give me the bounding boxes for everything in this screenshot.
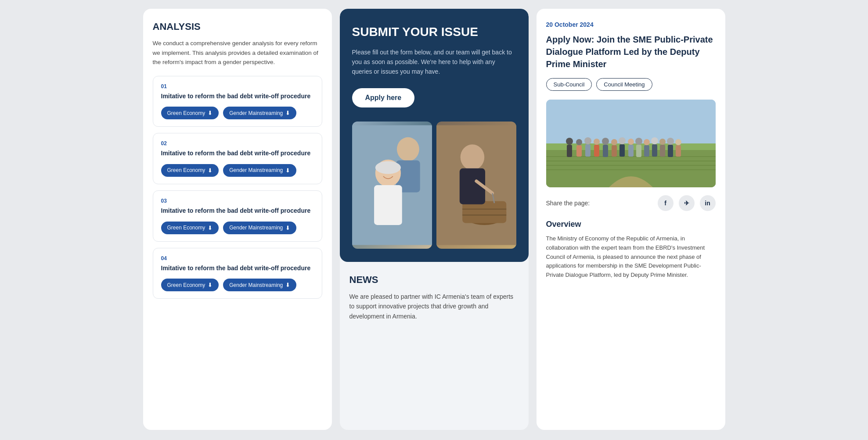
item-title: Imitative to reform the bad debt write-o…: [161, 207, 314, 215]
svg-rect-27: [585, 144, 591, 157]
tag-label: Green Economy: [167, 110, 205, 116]
svg-point-48: [675, 139, 681, 145]
svg-point-40: [644, 139, 650, 145]
item-title: Imitative to reform the bad debt write-o…: [161, 149, 314, 158]
svg-rect-47: [668, 145, 673, 157]
tag-row: Green Economy⬇Gender Mainstreaming⬇: [161, 279, 314, 291]
analysis-items-container: 01Imitative to reform the bad debt write…: [153, 76, 322, 299]
article-date: 20 October 2024: [546, 21, 716, 28]
analysis-item: 03Imitative to reform the bad debt write…: [153, 190, 322, 242]
linkedin-share-icon[interactable]: in: [700, 195, 716, 211]
item-number: 03: [161, 198, 314, 204]
svg-rect-8: [462, 201, 506, 223]
submit-images: [352, 122, 516, 249]
svg-point-1: [396, 137, 419, 161]
badge-row: Sub-Council Council Meeting: [546, 78, 716, 91]
svg-point-26: [584, 137, 591, 144]
svg-rect-31: [603, 145, 608, 157]
image-left: [352, 122, 432, 249]
news-section: NEWS We are pleased to partner with IC A…: [340, 262, 529, 333]
submit-card: SUBMIT YOUR ISSUE Please fill out the fo…: [340, 9, 529, 262]
apply-here-button[interactable]: Apply here: [352, 88, 415, 107]
svg-rect-37: [628, 145, 634, 157]
analysis-item: 04Imitative to reform the bad debt write…: [153, 248, 322, 299]
tag-button[interactable]: Green Economy⬇: [161, 107, 219, 119]
svg-point-46: [667, 138, 674, 145]
analysis-description: We conduct a comprehensive gender analys…: [153, 39, 322, 67]
facebook-share-icon[interactable]: f: [658, 195, 674, 211]
svg-point-5: [375, 161, 400, 174]
tag-row: Green Economy⬇Gender Mainstreaming⬇: [161, 164, 314, 177]
svg-point-34: [619, 137, 626, 144]
badge-council-meeting[interactable]: Council Meeting: [596, 78, 652, 91]
tag-button[interactable]: Green Economy⬇: [161, 164, 219, 177]
tag-button[interactable]: Gender Mainstreaming⬇: [223, 164, 296, 177]
svg-point-30: [602, 138, 609, 145]
item-number: 04: [161, 255, 314, 261]
submit-title: SUBMIT YOUR ISSUE: [352, 25, 516, 39]
svg-rect-49: [676, 145, 681, 157]
item-number: 01: [161, 83, 314, 89]
download-icon: ⬇: [208, 110, 212, 116]
analysis-title: ANALYSIS: [153, 21, 322, 32]
article-title: Apply Now: Join the SME Public-Private D…: [546, 33, 716, 70]
tag-row: Green Economy⬇Gender Mainstreaming⬇: [161, 222, 314, 234]
analysis-item: 02Imitative to reform the bad debt write…: [153, 133, 322, 184]
item-number: 02: [161, 140, 314, 147]
svg-rect-4: [374, 185, 402, 225]
share-icons-container: f ✈ in: [658, 195, 716, 211]
download-icon: ⬇: [285, 110, 290, 116]
left-panel: ANALYSIS We conduct a comprehensive gend…: [143, 9, 332, 430]
svg-point-32: [611, 139, 617, 145]
tag-label: Green Economy: [167, 225, 205, 231]
download-icon: ⬇: [208, 225, 212, 231]
tag-button[interactable]: Green Economy⬇: [161, 222, 219, 234]
tag-label: Gender Mainstreaming: [229, 282, 283, 288]
analysis-item: 01Imitative to reform the bad debt write…: [153, 76, 322, 127]
tag-label: Gender Mainstreaming: [229, 167, 283, 173]
overview-title: Overview: [546, 220, 716, 229]
news-title: NEWS: [349, 274, 519, 286]
article-image: [546, 100, 716, 187]
right-panel: 20 October 2024 Apply Now: Join the SME …: [537, 9, 725, 430]
svg-point-11: [460, 144, 484, 170]
item-title: Imitative to reform the bad debt write-o…: [161, 92, 314, 101]
badge-sub-council[interactable]: Sub-Council: [546, 78, 592, 91]
svg-point-44: [659, 139, 666, 145]
svg-point-24: [576, 139, 582, 145]
tag-label: Gender Mainstreaming: [229, 225, 283, 231]
svg-rect-39: [636, 145, 641, 157]
download-icon: ⬇: [208, 167, 212, 174]
tag-button[interactable]: Gender Mainstreaming⬇: [223, 279, 296, 291]
svg-rect-29: [594, 145, 599, 157]
tag-label: Green Economy: [167, 282, 205, 288]
svg-rect-45: [660, 145, 665, 157]
share-row: Share the page: f ✈ in: [546, 195, 716, 211]
download-icon: ⬇: [285, 282, 290, 288]
download-icon: ⬇: [285, 225, 290, 231]
item-title: Imitative to reform the bad debt write-o…: [161, 264, 314, 273]
svg-point-22: [566, 138, 573, 145]
submit-description: Please fill out the form below, and our …: [352, 47, 516, 77]
image-right: [436, 122, 516, 249]
news-description: We are pleased to partner with IC Armeni…: [349, 292, 519, 321]
svg-rect-43: [652, 144, 657, 157]
tag-button[interactable]: Gender Mainstreaming⬇: [223, 107, 296, 119]
svg-point-38: [635, 138, 642, 145]
tag-label: Green Economy: [167, 167, 205, 173]
tag-label: Gender Mainstreaming: [229, 110, 283, 116]
svg-point-42: [651, 137, 658, 144]
overview-text: The Ministry of Economy of the Republic …: [546, 234, 716, 280]
download-icon: ⬇: [208, 282, 212, 288]
svg-rect-35: [619, 144, 625, 157]
tag-row: Green Economy⬇Gender Mainstreaming⬇: [161, 107, 314, 119]
svg-point-28: [594, 139, 600, 145]
tag-button[interactable]: Green Economy⬇: [161, 279, 219, 291]
svg-rect-41: [644, 145, 649, 157]
svg-rect-25: [576, 145, 582, 157]
svg-rect-23: [567, 145, 572, 157]
telegram-share-icon[interactable]: ✈: [679, 195, 695, 211]
share-label: Share the page:: [546, 200, 590, 207]
tag-button[interactable]: Gender Mainstreaming⬇: [223, 222, 296, 234]
svg-rect-33: [612, 145, 617, 157]
